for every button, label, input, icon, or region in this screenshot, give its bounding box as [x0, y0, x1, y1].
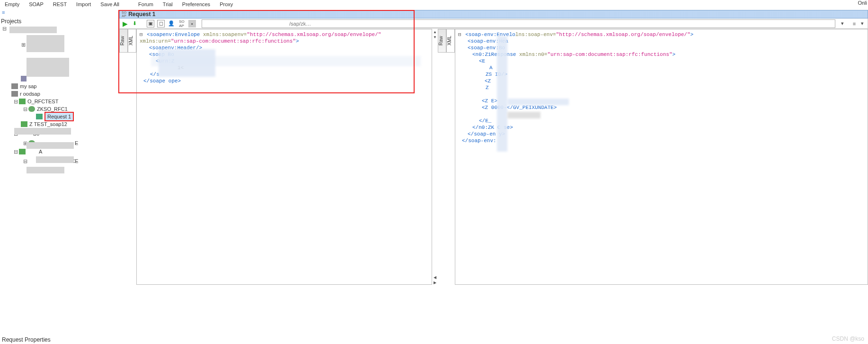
operation-icon: [28, 106, 35, 112]
interface-icon: [19, 149, 26, 154]
interface-icon: [21, 121, 27, 127]
menubar: Empty SOAP REST Import Save All Forum Tr…: [0, 0, 868, 9]
request-properties-label[interactable]: Request Properties: [2, 336, 51, 343]
menu-saveall[interactable]: Save All: [96, 1, 124, 7]
interface-icon: [19, 99, 26, 104]
menu-soap[interactable]: SOAP: [24, 1, 48, 7]
request-editor: SO AP Request 1 ▶ ⬇ ▣ ◻ 👤 SOAP ▪ ▾ ≡ ▾ R…: [119, 10, 868, 285]
menu-empty[interactable]: Empty: [0, 1, 24, 7]
menu-proxy[interactable]: Proxy: [215, 1, 238, 7]
tree-testsoap12[interactable]: Z TEST_soap12: [29, 120, 67, 128]
expand-icon[interactable]: ⊞: [21, 41, 26, 48]
tree-mysap[interactable]: my sap: [20, 82, 36, 90]
scroll-up-icon[interactable]: ▲: [433, 30, 437, 34]
scroll-right-icon[interactable]: ▶: [434, 281, 436, 285]
run-button[interactable]: ▶: [123, 20, 128, 27]
request-titlebar[interactable]: SO AP Request 1: [119, 10, 868, 18]
expand-icon[interactable]: ⊟: [13, 148, 18, 155]
sidebar-toolbar-icon[interactable]: ≡: [2, 9, 5, 15]
raw-tab-left[interactable]: Raw: [119, 29, 128, 53]
folder-icon: [11, 83, 18, 89]
xml-tab-right[interactable]: XML: [446, 29, 455, 53]
tool-btn-3[interactable]: SOAP: [178, 20, 186, 27]
scroll-left-icon[interactable]: ◀: [434, 275, 436, 280]
expand-icon[interactable]: ⊟: [2, 25, 7, 32]
request-xml-pane[interactable]: ⊟ <soapenv:Envelope xmlns:soapenv="http:…: [136, 29, 432, 285]
menu-preferences[interactable]: Preferences: [177, 1, 215, 7]
scroll-down-icon[interactable]: ▼: [433, 35, 437, 39]
xml-tab-left[interactable]: XML: [128, 29, 136, 53]
menu-import[interactable]: Import: [71, 1, 96, 7]
tool-dropdown-icon[interactable]: ▾: [861, 20, 868, 27]
expand-icon[interactable]: ⊟: [23, 105, 27, 113]
request-title: Request 1: [128, 11, 155, 18]
tool-btn-1[interactable]: ▣: [147, 20, 154, 27]
fold-icon[interactable]: ⊟: [458, 32, 461, 37]
menu-forum[interactable]: Forum: [133, 1, 158, 7]
expand-icon[interactable]: ⊟: [13, 98, 18, 105]
url-dropdown-icon[interactable]: ▾: [841, 20, 848, 27]
folder-icon: [11, 91, 18, 97]
menu-trial[interactable]: Trial: [158, 1, 177, 7]
request-toolbar: ▶ ⬇ ▣ ◻ 👤 SOAP ▪ ▾ ≡ ▾: [119, 18, 868, 29]
tree-oodsap[interactable]: r oodsap: [20, 90, 40, 98]
menu-rest[interactable]: REST: [48, 1, 71, 7]
menu-online[interactable]: Onli: [858, 0, 867, 6]
watermark: CSDN @kso: [832, 335, 864, 342]
tool-btn-2[interactable]: ◻: [157, 20, 165, 27]
response-xml-pane[interactable]: ⊟ <soap-env:Envelolns:soap-env="http://s…: [455, 29, 868, 285]
pane-splitter[interactable]: ▲ ▼ ◀ ▶: [432, 29, 438, 285]
tree-rfctest[interactable]: O_RFCTEST: [27, 98, 58, 105]
tree-a[interactable]: A: [27, 148, 42, 155]
expand-icon[interactable]: ⊟: [23, 157, 27, 165]
fold-icon[interactable]: ⊟: [140, 32, 143, 37]
projects-header: Projects: [1, 18, 21, 25]
request-icon: [36, 114, 43, 119]
auth-button[interactable]: 👤: [168, 20, 175, 27]
soap-badge-icon: SO AP: [122, 11, 126, 18]
project-tree: ⊟ ⊞TION my sap r oodsap ⊟O_RFCTEST ⊟ZKSO…: [0, 25, 118, 290]
tool-btn-4[interactable]: ▪: [188, 20, 196, 27]
tool-btn-5[interactable]: ≡: [850, 20, 858, 27]
raw-tab-right[interactable]: Raw: [438, 29, 446, 53]
tree-request1-selected[interactable]: Request 1: [44, 112, 74, 121]
endpoint-url-field[interactable]: [202, 19, 835, 28]
add-button[interactable]: ⬇: [131, 20, 138, 27]
